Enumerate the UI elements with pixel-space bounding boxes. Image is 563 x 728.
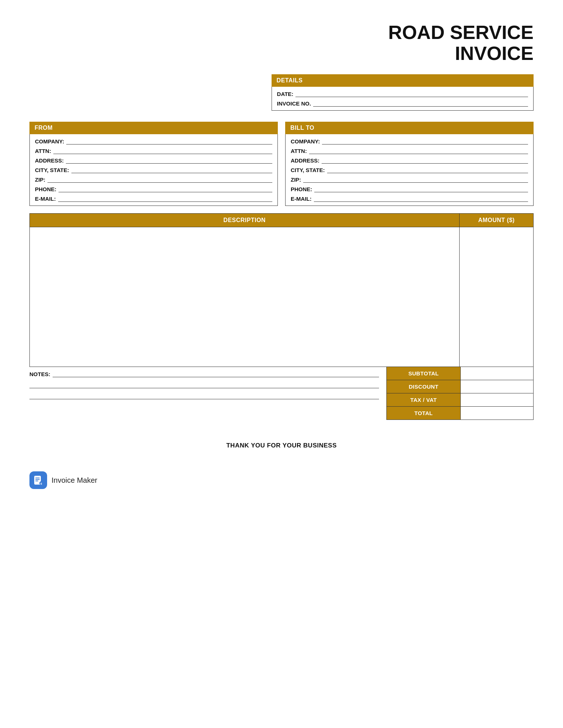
date-label: DATE:: [277, 91, 294, 97]
total-label: TOTAL: [387, 407, 460, 420]
from-company-row: COMPANY:: [35, 138, 272, 144]
svg-rect-3: [35, 481, 38, 481]
billto-company-row: COMPANY:: [291, 138, 528, 144]
tax-label: TAX / VAT: [387, 393, 460, 406]
details-header: DETAILS: [272, 74, 534, 87]
extra-line-2[interactable]: [29, 393, 379, 399]
from-fields: COMPANY: ATTN: ADDRESS: CITY, STATE: ZIP…: [29, 134, 278, 206]
billto-email-row: E-MAIL:: [291, 195, 528, 202]
app-name: Invoice Maker: [52, 476, 98, 485]
desc-table-header: DESCRIPTION AMOUNT ($): [30, 214, 533, 227]
amt-cell[interactable]: [460, 227, 533, 367]
billto-fields: COMPANY: ATTN: ADDRESS: CITY, STATE: ZIP…: [285, 134, 534, 206]
from-city-row: CITY, STATE:: [35, 167, 272, 173]
billto-col: BILL TO COMPANY: ATTN: ADDRESS: CITY, ST…: [285, 122, 534, 206]
summary-area: NOTES: SUBTOTAL DISCOUNT TAX / VAT TOTAL: [29, 367, 534, 420]
from-email-row: E-MAIL:: [35, 195, 272, 202]
discount-value[interactable]: [460, 380, 533, 393]
billto-city-field[interactable]: [327, 167, 528, 173]
from-company-label: COMPANY:: [35, 138, 64, 144]
desc-col-header: DESCRIPTION: [30, 214, 460, 227]
totals-col: SUBTOTAL DISCOUNT TAX / VAT TOTAL: [386, 367, 534, 420]
billto-zip-row: ZIP:: [291, 176, 528, 183]
title-block: ROAD SERVICE INVOICE: [29, 22, 534, 64]
billto-attn-field[interactable]: [309, 147, 528, 154]
from-phone-field[interactable]: [59, 186, 272, 192]
footer: $ Invoice Maker: [29, 471, 534, 489]
svg-rect-2: [35, 479, 40, 480]
billto-company-label: COMPANY:: [291, 138, 320, 144]
from-zip-label: ZIP:: [35, 176, 45, 183]
billto-address-row: ADDRESS:: [291, 157, 528, 164]
desc-table-body: [30, 227, 533, 367]
subtotal-row: SUBTOTAL: [387, 367, 533, 380]
notes-label: NOTES:: [29, 371, 50, 377]
from-phone-row: PHONE:: [35, 186, 272, 192]
from-city-field[interactable]: [71, 167, 272, 173]
notes-row: NOTES:: [29, 371, 379, 377]
billto-header: BILL TO: [285, 122, 534, 134]
from-billto-section: FROM COMPANY: ATTN: ADDRESS: CITY, STATE…: [29, 122, 534, 206]
svg-rect-1: [35, 478, 40, 478]
subtotal-label: SUBTOTAL: [387, 367, 460, 380]
billto-address-field[interactable]: [322, 157, 528, 164]
total-value[interactable]: [460, 407, 533, 420]
billto-email-label: E-MAIL:: [291, 196, 312, 202]
billto-city-label: CITY, STATE:: [291, 167, 325, 173]
invoice-no-label: INVOICE NO.: [277, 100, 311, 107]
billto-address-label: ADDRESS:: [291, 157, 319, 164]
invoice-page: ROAD SERVICE INVOICE DETAILS DATE: INVOI…: [29, 22, 534, 489]
billto-company-field[interactable]: [322, 138, 528, 144]
billto-zip-field[interactable]: [303, 176, 528, 183]
billto-attn-row: ATTN:: [291, 147, 528, 154]
from-attn-label: ATTN:: [35, 148, 51, 154]
from-zip-field[interactable]: [47, 176, 272, 183]
from-zip-row: ZIP:: [35, 176, 272, 183]
desc-cell[interactable]: [30, 227, 460, 367]
from-attn-row: ATTN:: [35, 147, 272, 154]
details-fields: DATE: INVOICE NO.: [272, 87, 534, 111]
from-address-row: ADDRESS:: [35, 157, 272, 164]
svg-text:$: $: [40, 482, 42, 485]
billto-phone-label: PHONE:: [291, 186, 312, 192]
from-phone-label: PHONE:: [35, 186, 56, 192]
invoice-title: ROAD SERVICE INVOICE: [29, 22, 534, 64]
date-row: DATE:: [277, 90, 528, 97]
from-address-label: ADDRESS:: [35, 157, 64, 164]
billto-phone-row: PHONE:: [291, 186, 528, 192]
discount-row: DISCOUNT: [387, 380, 533, 393]
app-icon: $: [29, 471, 47, 489]
from-email-field[interactable]: [58, 195, 272, 202]
extra-line-1[interactable]: [29, 382, 379, 388]
discount-label: DISCOUNT: [387, 380, 460, 393]
billto-city-row: CITY, STATE:: [291, 167, 528, 173]
from-attn-field[interactable]: [53, 147, 272, 154]
billto-phone-field[interactable]: [314, 186, 528, 192]
billto-attn-label: ATTN:: [291, 148, 307, 154]
invoice-maker-icon: $: [33, 475, 44, 486]
from-company-field[interactable]: [66, 138, 272, 144]
tax-row: TAX / VAT: [387, 393, 533, 406]
from-header: FROM: [29, 122, 278, 134]
billto-email-field[interactable]: [314, 195, 528, 202]
notes-col: NOTES:: [29, 367, 386, 404]
amt-col-header: AMOUNT ($): [460, 214, 533, 227]
invoice-no-row: INVOICE NO.: [277, 100, 528, 107]
thank-you-text: THANK YOU FOR YOUR BUSINESS: [29, 442, 534, 449]
billto-zip-label: ZIP:: [291, 176, 301, 183]
from-city-label: CITY, STATE:: [35, 167, 69, 173]
invoice-no-field[interactable]: [313, 100, 528, 107]
description-table: DESCRIPTION AMOUNT ($): [29, 213, 534, 367]
tax-value[interactable]: [460, 393, 533, 406]
total-row: TOTAL: [387, 406, 533, 420]
from-address-field[interactable]: [66, 157, 272, 164]
subtotal-value[interactable]: [460, 367, 533, 380]
from-col: FROM COMPANY: ATTN: ADDRESS: CITY, STATE…: [29, 122, 278, 206]
details-section: DETAILS DATE: INVOICE NO.: [272, 74, 534, 111]
notes-field[interactable]: [53, 371, 379, 377]
from-email-label: E-MAIL:: [35, 196, 56, 202]
date-field[interactable]: [295, 90, 528, 97]
